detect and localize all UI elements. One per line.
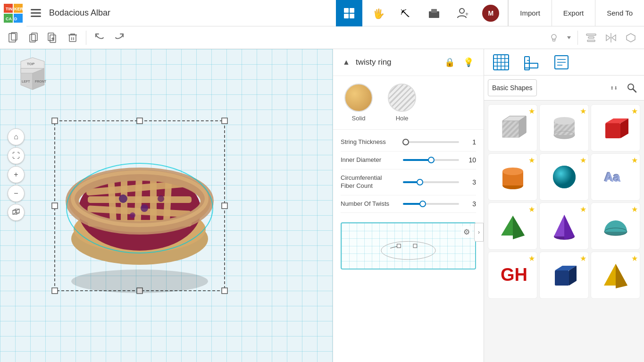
light-dropdown-button[interactable]: [564, 28, 574, 47]
shape-item-cube-red[interactable]: ★: [591, 104, 640, 152]
shape-item-pyramid-green[interactable]: ★: [488, 202, 537, 250]
svg-text:D: D: [14, 17, 17, 21]
svg-rect-96: [525, 63, 538, 68]
shape-visual-box-striped: [498, 113, 528, 143]
duplicate-button[interactable]: [43, 28, 62, 47]
undo-button[interactable]: [90, 28, 109, 47]
ruler-tab[interactable]: [518, 49, 544, 76]
shape-item-cone-purple[interactable]: ★: [539, 202, 589, 250]
pie-model: ↺ ↺: [41, 107, 239, 305]
viewport[interactable]: TOP LEFT FRONT: [0, 49, 333, 362]
slider-row-2: Circumferential Fiber Count 3: [341, 169, 476, 195]
svg-rect-8: [31, 9, 41, 10]
shape-item-cylinder-orange[interactable]: ★: [488, 153, 537, 201]
svg-marker-132: [564, 215, 575, 240]
shapes-header: Basic Shapes: [484, 76, 644, 101]
svg-text:GHI: GHI: [501, 265, 527, 285]
svg-rect-18: [431, 9, 437, 13]
shape-visual-letters-red: GHI: [498, 260, 528, 290]
toolbar-separator-2: [577, 31, 578, 45]
shape-star-5: ★: [631, 156, 638, 165]
align-button[interactable]: [582, 28, 601, 47]
group-button[interactable]: [621, 28, 640, 47]
search-button[interactable]: [623, 79, 640, 96]
shapes-select[interactable]: Basic Shapes: [488, 79, 537, 96]
perspective-button[interactable]: [8, 204, 25, 221]
lock-button[interactable]: 🔒: [442, 55, 457, 70]
shape-star-7: ★: [580, 205, 586, 214]
hand-tool-button[interactable]: 🖐: [364, 0, 391, 26]
slider-value-2: 3: [465, 178, 476, 186]
svg-marker-39: [612, 35, 616, 41]
shape-visual-cylinder-striped: [549, 113, 579, 143]
shape-item-text-3d[interactable]: ★ Aa Aa: [591, 153, 640, 201]
shape-item-box-striped[interactable]: ★: [488, 104, 537, 152]
svg-rect-61: [222, 288, 227, 294]
svg-rect-13: [344, 14, 349, 18]
profile-button[interactable]: M: [477, 0, 504, 26]
panel-collapse-button[interactable]: ›: [474, 223, 484, 242]
fit-view-button[interactable]: ⛶: [8, 147, 25, 164]
shape-visual-pyramid-green: [498, 211, 528, 241]
svg-marker-129: [513, 216, 525, 239]
shape-item-pyramid-yellow[interactable]: ★: [591, 252, 640, 299]
slider-track-1[interactable]: [403, 159, 459, 161]
slider-track-2[interactable]: [403, 181, 459, 183]
properties-panel: ▲ twisty ring 🔒 💡 Solid Hole String Thic…: [333, 49, 484, 362]
shape-star-6: ★: [528, 205, 535, 214]
orientation-cube[interactable]: TOP LEFT FRONT: [11, 57, 54, 99]
grid-view-button[interactable]: [336, 0, 362, 26]
svg-point-125: [553, 166, 576, 188]
zoom-in-button[interactable]: +: [8, 166, 25, 183]
svg-rect-59: [52, 288, 58, 294]
svg-rect-12: [350, 8, 354, 13]
menu-icon[interactable]: [26, 0, 45, 26]
redo-button[interactable]: [110, 28, 129, 47]
slider-track-3[interactable]: [403, 203, 459, 205]
import-button[interactable]: Import: [508, 0, 552, 26]
svg-point-80: [158, 195, 164, 202]
solid-color[interactable]: [344, 84, 373, 112]
delete-button[interactable]: [63, 28, 82, 47]
add-user-button[interactable]: +: [449, 0, 476, 26]
shape-item-sphere-teal[interactable]: ★: [539, 153, 589, 201]
hole-color[interactable]: [388, 84, 416, 112]
shape-item-cylinder-striped[interactable]: ★: [539, 104, 589, 152]
hole-option[interactable]: Hole: [388, 84, 416, 122]
light-button[interactable]: [544, 28, 563, 47]
pickaxe-button[interactable]: ⛏: [393, 0, 419, 26]
send-to-button[interactable]: Send To: [595, 0, 644, 26]
svg-text:Aa: Aa: [605, 170, 621, 185]
collapse-button[interactable]: ▲: [341, 57, 352, 68]
visibility-button[interactable]: 💡: [461, 55, 476, 70]
shape-item-letters-red[interactable]: ★ GHI: [488, 252, 537, 299]
export-button[interactable]: Export: [552, 0, 595, 26]
shape-star-10: ★: [580, 254, 586, 263]
blocks-button[interactable]: [421, 0, 447, 26]
shape-star-3: ★: [528, 156, 535, 165]
shape-visual-sphere-teal: [549, 162, 579, 192]
props-title: twisty ring: [356, 58, 438, 67]
toolbar-right: [544, 28, 640, 47]
shape-item-box-navy[interactable]: ★: [539, 252, 589, 299]
shape-star-9: ★: [528, 254, 535, 263]
shapes-tab[interactable]: [488, 49, 514, 76]
solid-option[interactable]: Solid: [344, 84, 373, 122]
mirror-button[interactable]: [602, 28, 620, 47]
copy-button[interactable]: [24, 28, 42, 47]
svg-text:FRONT: FRONT: [35, 80, 47, 83]
svg-rect-34: [586, 34, 596, 35]
hole-label: Hole: [396, 115, 409, 122]
shape-star-4: ★: [580, 156, 586, 165]
shape-item-half-sphere-teal[interactable]: ★: [591, 202, 640, 250]
svg-text:⛏: ⛏: [401, 8, 410, 19]
new-button[interactable]: [4, 28, 23, 47]
notes-tab[interactable]: [548, 49, 575, 76]
shape-visual-cylinder-orange: [498, 162, 528, 192]
props-header: ▲ twisty ring 🔒 💡: [333, 49, 484, 76]
slider-track-0[interactable]: [403, 141, 459, 143]
svg-text:KER: KER: [14, 7, 23, 11]
zoom-out-button[interactable]: −: [8, 185, 25, 202]
home-view-button[interactable]: ⌂: [8, 128, 25, 145]
project-name: Bodacious Albar: [45, 8, 336, 18]
